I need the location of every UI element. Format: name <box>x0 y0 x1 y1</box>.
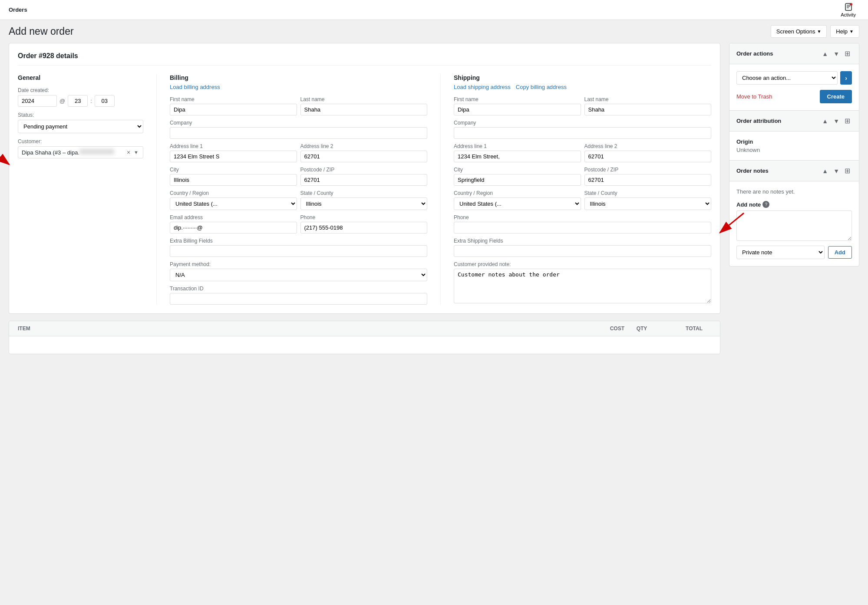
order-actions-bottom: Move to Trash Create <box>736 90 852 103</box>
payment-method-select[interactable]: N/A <box>170 269 427 281</box>
order-actions-expand-button[interactable]: ⊞ <box>843 49 852 59</box>
order-actions-panel-header: Order actions ▲ ▼ ⊞ <box>729 43 859 64</box>
billing-address2-input[interactable] <box>300 151 428 162</box>
shipping-city-label: City <box>454 167 581 173</box>
order-attribution-panel-body: Origin Unknown <box>729 132 859 160</box>
billing-email-field: Email address <box>170 214 297 233</box>
order-actions-collapse-up-button[interactable]: ▲ <box>820 49 830 59</box>
shipping-city-input[interactable] <box>454 174 581 186</box>
copy-billing-address-link[interactable]: Copy billing address <box>516 84 567 90</box>
svg-line-8 <box>720 213 744 233</box>
shipping-lastname-input[interactable] <box>584 104 712 115</box>
shipping-state-label: State / County <box>584 190 712 196</box>
order-attribution-panel-controls: ▲ ▼ ⊞ <box>820 116 852 126</box>
load-billing-address-link[interactable]: Load billing address <box>170 84 220 90</box>
screen-options-chevron-icon: ▼ <box>817 29 821 34</box>
shipping-address1-input[interactable] <box>454 151 581 162</box>
billing-email-input[interactable] <box>170 222 297 233</box>
shipping-company-label: Company <box>454 120 711 126</box>
customer-field-wrapper: Customer: Dipa Shaha (#3 – dipa. × ▼ <box>18 138 143 158</box>
order-attribution-panel: Order attribution ▲ ▼ ⊞ Origin Unknown <box>729 111 859 161</box>
load-shipping-address-link[interactable]: Load shipping address <box>454 84 511 90</box>
order-attribution-expand-button[interactable]: ⊞ <box>843 116 852 126</box>
billing-phone-label: Phone <box>300 214 428 220</box>
payment-method-field: Payment method: N/A <box>170 261 427 281</box>
shipping-postcode-input[interactable] <box>584 174 712 186</box>
screen-options-button[interactable]: Screen Options ▼ <box>771 25 827 38</box>
items-table-header: Item Cost Qty Total <box>9 321 720 336</box>
order-details-title: Order #928 details <box>18 52 711 66</box>
transaction-id-input[interactable] <box>170 293 427 305</box>
billing-email-phone-row: Email address Phone <box>170 214 427 233</box>
order-notes-expand-button[interactable]: ⊞ <box>843 166 852 176</box>
shipping-extra-input[interactable] <box>454 245 711 257</box>
header-actions: Screen Options ▼ Help ▼ <box>771 25 859 38</box>
billing-firstname-input[interactable] <box>170 104 297 115</box>
billing-state-select[interactable]: Illinois <box>300 197 428 210</box>
order-notes-collapse-up-button[interactable]: ▲ <box>820 166 830 176</box>
customer-clear-button[interactable]: × <box>126 149 131 156</box>
shipping-postcode-label: Postcode / ZIP <box>584 167 712 173</box>
billing-country-select[interactable]: United States (... <box>170 197 297 210</box>
shipping-phone-field: Phone <box>454 214 711 233</box>
order-notes-collapse-down-button[interactable]: ▼ <box>832 166 841 176</box>
shipping-state-select[interactable]: Illinois <box>584 197 712 210</box>
order-actions-panel-title: Order actions <box>736 50 773 57</box>
billing-lastname-input[interactable] <box>300 104 428 115</box>
billing-section-title: Billing <box>170 74 427 81</box>
billing-city-row: City Postcode / ZIP <box>170 167 427 186</box>
customer-dropdown-button[interactable]: ▼ <box>133 150 139 155</box>
items-col-item-header: Item <box>18 326 572 332</box>
billing-city-input[interactable] <box>170 174 297 186</box>
activity-button[interactable]: Activity <box>837 1 859 19</box>
order-attribution-collapse-up-button[interactable]: ▲ <box>820 116 830 126</box>
orders-breadcrumb: Orders <box>9 7 27 13</box>
origin-value: Unknown <box>736 147 852 153</box>
shipping-address2-input[interactable] <box>584 151 712 162</box>
order-actions-collapse-down-button[interactable]: ▼ <box>832 49 841 59</box>
date-year-input[interactable] <box>18 95 57 107</box>
status-label: Status: <box>18 112 143 118</box>
red-arrow-shipping-phone <box>711 209 746 240</box>
status-select[interactable]: Pending payment Processing Completed Can… <box>18 120 143 133</box>
customer-note-textarea[interactable]: Customer notes about the order <box>454 269 711 303</box>
note-type-select[interactable]: Private note Customer note <box>736 246 825 259</box>
note-textarea[interactable] <box>736 210 852 241</box>
shipping-phone-input[interactable] <box>454 222 711 233</box>
date-min-input[interactable] <box>95 95 115 107</box>
order-attribution-collapse-down-button[interactable]: ▼ <box>832 116 841 126</box>
billing-postcode-input[interactable] <box>300 174 428 186</box>
help-circle-icon[interactable]: ? <box>762 201 769 208</box>
create-button[interactable]: Create <box>820 90 852 103</box>
date-field: Date created: @ : <box>18 87 143 107</box>
add-note-button[interactable]: Add <box>828 246 852 259</box>
shipping-address2-field: Address line 2 <box>584 143 712 162</box>
help-button[interactable]: Help ▼ <box>830 25 859 38</box>
billing-phone-input[interactable] <box>300 222 428 233</box>
order-action-go-button[interactable]: › <box>840 71 852 85</box>
move-to-trash-link[interactable]: Move to Trash <box>736 93 772 100</box>
sections-grid: General Date created: @ : Status: <box>18 74 711 305</box>
billing-address1-input[interactable] <box>170 151 297 162</box>
billing-firstname-label: First name <box>170 96 297 102</box>
customer-label: Customer: <box>18 138 143 145</box>
help-label: Help <box>836 28 848 35</box>
shipping-phone-label: Phone <box>454 214 711 220</box>
shipping-firstname-input[interactable] <box>454 104 581 115</box>
billing-extra-label: Extra Billing Fields <box>170 238 427 244</box>
items-table-body <box>9 336 720 354</box>
transaction-id-label: Transaction ID <box>170 286 427 292</box>
shipping-address1-label: Address line 1 <box>454 143 581 149</box>
billing-extra-input[interactable] <box>170 245 427 257</box>
customer-note-field: Customer provided note: Customer notes a… <box>454 261 711 305</box>
billing-company-input[interactable] <box>170 127 427 139</box>
order-notes-panel-controls: ▲ ▼ ⊞ <box>820 166 852 176</box>
order-action-select[interactable]: Choose an action... <box>736 71 838 85</box>
screen-options-label: Screen Options <box>776 28 815 35</box>
shipping-company-input[interactable] <box>454 127 711 139</box>
origin-field: Origin Unknown <box>736 138 852 153</box>
date-hour-input[interactable] <box>68 95 88 107</box>
time-colon: : <box>90 98 92 104</box>
billing-links: Load billing address <box>170 84 427 90</box>
shipping-country-select[interactable]: United States (... <box>454 197 581 210</box>
